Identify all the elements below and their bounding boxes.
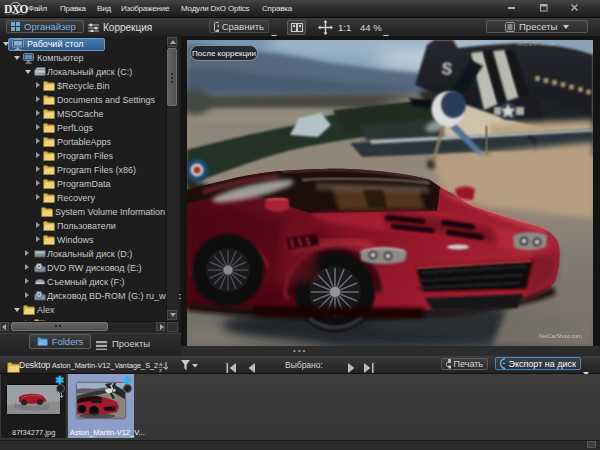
- svg-text:S: S: [441, 60, 454, 78]
- svg-text:z: z: [159, 367, 162, 372]
- svg-text:NetCarShow.com: NetCarShow.com: [517, 41, 556, 47]
- svg-text:NetCarShow.com: NetCarShow.com: [539, 333, 582, 339]
- svg-text:DXO: DXO: [4, 3, 28, 15]
